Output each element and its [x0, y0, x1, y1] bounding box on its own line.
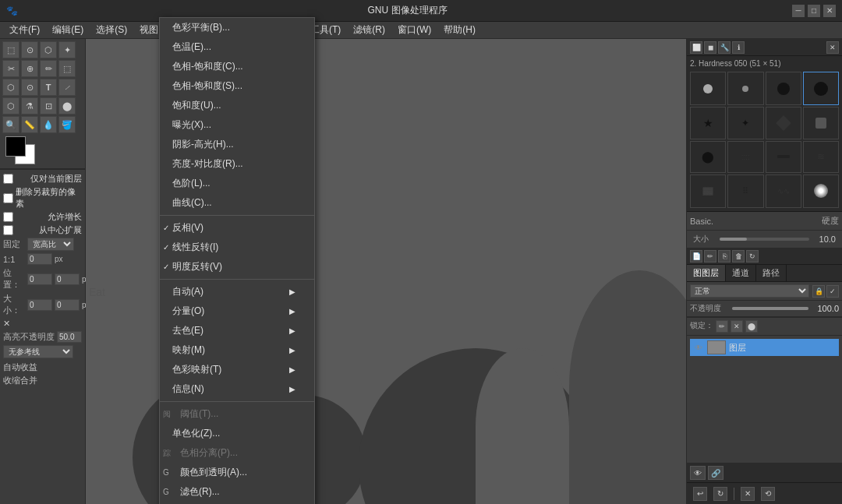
tool-crop[interactable]: ⬡ [2, 97, 19, 115]
menu-info[interactable]: 信息(N) ▶ [160, 379, 314, 399]
tool-zoom[interactable]: 🔍 [2, 116, 19, 133]
size-w-input[interactable] [27, 299, 52, 311]
brush-thumb-1[interactable] [690, 72, 726, 105]
maximize-button[interactable]: □ [808, 5, 820, 17]
tool-heal[interactable]: ⊡ [40, 97, 57, 115]
menu-levels[interactable]: 色阶(L)... [160, 174, 314, 193]
fixed-select[interactable]: 宽高比 [27, 238, 74, 251]
tool-foreground-select[interactable]: ⊕ [21, 60, 38, 77]
layer-visibility-icon[interactable]: 👁 [693, 342, 704, 353]
tool-bucket[interactable]: 🪣 [58, 116, 76, 133]
tool-paint-select[interactable]: ⬚ [58, 60, 76, 77]
tool-smudge[interactable]: ⬤ [58, 97, 76, 115]
opacity-lock-btn[interactable]: 🔒 [812, 285, 825, 298]
menu-hue-sat-s[interactable]: 色相-饱和度(S)... [160, 76, 314, 96]
opacity-check-btn[interactable]: ✓ [826, 285, 839, 298]
only-current-layer-checkbox[interactable] [3, 174, 13, 184]
brush-thumb-6[interactable]: ✦ [727, 107, 763, 139]
blend-mode-select[interactable]: 正常 [690, 284, 809, 298]
brush-thumb-16[interactable] [803, 174, 839, 208]
brush-thumb-4[interactable] [803, 72, 839, 105]
menu-color-to-alpha[interactable]: G 颜色到透明(A)... [160, 463, 314, 482]
center-expand-checkbox[interactable] [3, 225, 13, 235]
menu-threshold[interactable]: 阅 阈值(T)... [160, 404, 314, 424]
rtb-btn-2[interactable]: ◼ [704, 41, 716, 54]
menu-curves[interactable]: 曲线(C)... [160, 193, 314, 213]
allow-grow-checkbox[interactable] [3, 212, 13, 222]
brush-thumb-14[interactable]: ⠿ [727, 174, 763, 208]
tool-text[interactable]: T [40, 79, 57, 96]
brush-thumb-15[interactable]: ∿∿ [766, 174, 801, 208]
clear-btn[interactable]: ✕ [741, 487, 755, 501]
brush-thumb-12[interactable]: ≋ [803, 141, 839, 173]
tool-ellipse-select[interactable]: ⊙ [21, 41, 38, 58]
menu-shadows-highlights[interactable]: 阴影-高光(H)... [160, 135, 314, 154]
rtb-btn-1[interactable]: ⬜ [690, 41, 702, 54]
opacity-input[interactable] [57, 331, 82, 343]
menu-edit[interactable]: 编辑(E) [46, 22, 90, 38]
brush-thumb-9[interactable]: ⬤ [690, 141, 726, 173]
menu-color-balance[interactable]: 色彩平衡(B)... [160, 18, 314, 37]
zoom-input[interactable] [27, 253, 52, 265]
fg-color[interactable] [5, 136, 26, 157]
tool-clone[interactable]: ⚗ [21, 97, 38, 115]
menu-hue-sat-c[interactable]: 色相-饱和度(C)... [160, 57, 314, 76]
menu-windows[interactable]: 窗口(W) [391, 22, 437, 38]
brush-new-btn[interactable]: 📄 [690, 250, 702, 263]
redo-btn[interactable]: ↻ [713, 487, 727, 501]
brush-edit-btn[interactable]: ✏ [704, 250, 716, 263]
menu-color-sep[interactable]: 踪 色相分离(P)... [160, 443, 314, 463]
rtb-btn-3[interactable]: 🔧 [718, 41, 731, 54]
tool-move[interactable]: ⬡ [2, 79, 19, 96]
tool-rectangle-select[interactable]: ⬚ [2, 41, 19, 58]
menu-filter-color[interactable]: G 滤色(R)... [160, 482, 314, 502]
tool-transform[interactable]: ⟋ [58, 79, 76, 96]
rtb-btn-4[interactable]: ℹ [732, 41, 745, 54]
tab-paths[interactable]: 路径 [756, 265, 787, 281]
tool-align[interactable]: ⊙ [21, 79, 38, 96]
menu-brightness-contrast[interactable]: 亮度-对比度(R)... [160, 154, 314, 174]
tool-fuzzy-select[interactable]: ✦ [58, 41, 76, 58]
menu-desaturate[interactable]: 去色(E) ▶ [160, 321, 314, 340]
menu-components[interactable]: 分量(O) ▶ [160, 301, 314, 321]
layer-eye-btn[interactable]: 👁 [690, 466, 706, 480]
menu-saturation[interactable]: 饱和度(U)... [160, 96, 314, 115]
menu-select[interactable]: 选择(S) [90, 22, 133, 38]
menu-help[interactable]: 帮助(H) [437, 22, 482, 38]
tab-channels[interactable]: 通道 [726, 265, 756, 281]
size-h-input[interactable] [55, 299, 80, 311]
tool-measure[interactable]: 📏 [21, 116, 38, 133]
tool-free-select[interactable]: ⬡ [40, 41, 57, 58]
layer-chain-btn[interactable]: 🔗 [708, 466, 723, 480]
menu-filters[interactable]: 滤镜(R) [347, 22, 391, 38]
menu-color-rotate[interactable]: 色彩映射(T) ▶ [160, 360, 314, 379]
brush-thumb-5[interactable]: ★ [690, 107, 726, 139]
brush-delete-btn[interactable]: 🗑 [732, 250, 745, 263]
brush-size-slider-track[interactable] [720, 238, 809, 241]
brush-thumb-3[interactable] [766, 72, 801, 105]
close-button[interactable]: ✕ [823, 5, 836, 17]
menu-value-invert[interactable]: ✓ 明度反转(V) [160, 257, 314, 277]
menu-posterize[interactable]: 单色化(Z)... [160, 424, 314, 443]
auto-save-btn[interactable]: 自动收益 [3, 361, 82, 373]
undo-btn[interactable]: ↩ [693, 487, 707, 501]
menu-exposure[interactable]: 曝光(X)... [160, 115, 314, 135]
brush-thumb-13[interactable]: ▓▓ [690, 174, 726, 208]
tool-scissors[interactable]: ✂ [2, 60, 19, 77]
tab-layers[interactable]: 图图层 [687, 265, 726, 281]
brush-copy-btn[interactable]: ⎘ [718, 250, 731, 263]
pos-y-input[interactable] [55, 273, 80, 285]
minimize-button[interactable]: ─ [792, 5, 805, 17]
delete-outside-checkbox[interactable] [3, 193, 13, 203]
menu-linear-invert[interactable]: ✓ 线性反转(I) [160, 238, 314, 257]
tool-paths[interactable]: ✏ [40, 60, 57, 77]
tool-color-picker[interactable]: 💧 [40, 116, 57, 133]
pos-x-input[interactable] [27, 273, 52, 285]
brush-thumb-2[interactable] [727, 72, 763, 105]
brush-thumb-11[interactable] [766, 141, 801, 173]
menu-color-temp[interactable]: 色温(E)... [160, 37, 314, 57]
rtb-btn-close[interactable]: ✕ [826, 41, 839, 54]
brush-thumb-10[interactable]: :::: [727, 141, 763, 173]
menu-invert[interactable]: ✓ 反相(V) [160, 218, 314, 238]
lock-alpha-btn[interactable]: ⬤ [745, 320, 758, 333]
